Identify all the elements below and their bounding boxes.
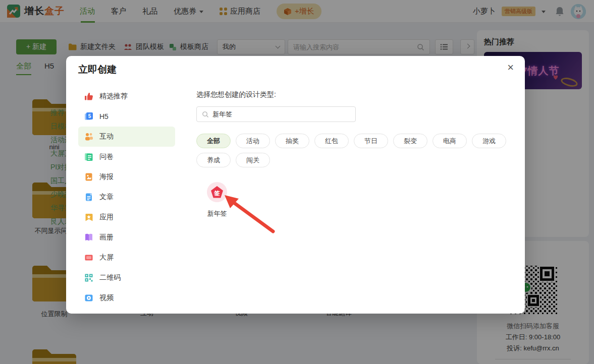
survey-icon [84,152,93,161]
chip-fission[interactable]: 裂变 [393,134,427,148]
video-icon [84,293,93,302]
sidebar-item-video[interactable]: 视频 [78,288,175,308]
app-root: 增长盒子 活动 客户 礼品 优惠券 应用商店 +增长 小萝卜 营销高级版 [0,0,594,364]
chip-game[interactable]: 游戏 [472,134,506,148]
h5-icon: 5 [84,112,93,121]
bookmark-star-icon [84,213,93,222]
sidebar-item-label: 精选推荐 [99,92,128,101]
sidebar-item-album[interactable]: 画册 [78,227,175,248]
sidebar-item-label: 画册 [99,233,114,242]
article-icon [84,193,93,202]
thumb-up-icon [84,92,93,101]
search-icon [202,111,209,118]
sidebar-item-label: 大屏 [99,253,114,262]
chip-redpacket[interactable]: 红包 [314,134,349,148]
poster-icon [84,172,93,181]
sidebar-item-article[interactable]: 文章 [78,187,175,207]
chip-festival[interactable]: 节日 [354,134,388,148]
sidebar-item-label: 视频 [99,293,114,302]
sidebar-item-label: 文章 [99,193,114,202]
sidebar-item-h5[interactable]: 5 H5 [78,106,175,127]
sidebar-item-label: H5 [99,112,109,120]
chip-lottery[interactable]: 抽奖 [275,134,309,148]
chip-all[interactable]: 全部 [196,134,231,148]
sidebar-item-survey[interactable]: 问卷 [78,147,175,167]
people-icon [84,132,93,141]
sidebar-item-bigscreen[interactable]: 大屏 [78,248,175,268]
category-chips: 全部 活动 抽奖 红包 节日 裂变 电商 游戏 养成 闯关 [196,134,509,167]
design-type-prompt: 选择您想创建的设计类型: [196,90,276,99]
sidebar-item-label: 互动 [99,132,114,141]
sidebar-item-label: 应用 [99,213,114,222]
annotation-arrow [218,188,281,238]
chip-activity[interactable]: 活动 [236,134,270,148]
create-now-modal: 立即创建 × 精选推荐 5 H5 互动 问卷 海报 [66,56,525,314]
modal-title: 立即创建 [78,63,117,76]
sidebar-item-qrcode[interactable]: 二维码 [78,268,175,288]
sidebar-item-label: 二维码 [99,273,121,282]
sidebar-item-label: 问卷 [99,152,114,161]
svg-text:5: 5 [88,113,91,119]
sidebar-item-featured[interactable]: 精选推荐 [78,86,175,106]
template-search[interactable] [196,106,356,122]
close-icon[interactable]: × [507,62,514,73]
sidebar-item-app[interactable]: 应用 [78,207,175,227]
chip-nurture[interactable]: 养成 [196,153,231,167]
sidebar-item-label: 海报 [99,172,114,181]
chip-ecommerce[interactable]: 电商 [433,134,467,148]
chip-levels[interactable]: 闯关 [236,153,270,167]
sidebar-item-poster[interactable]: 海报 [78,167,175,187]
album-icon [84,233,93,242]
template-search-input[interactable] [212,110,350,118]
qrcode-icon [84,273,93,282]
modal-sidebar: 精选推荐 5 H5 互动 问卷 海报 文章 [78,86,175,308]
sidebar-item-interactive[interactable]: 互动 [78,127,175,147]
bigscreen-icon [84,253,93,262]
